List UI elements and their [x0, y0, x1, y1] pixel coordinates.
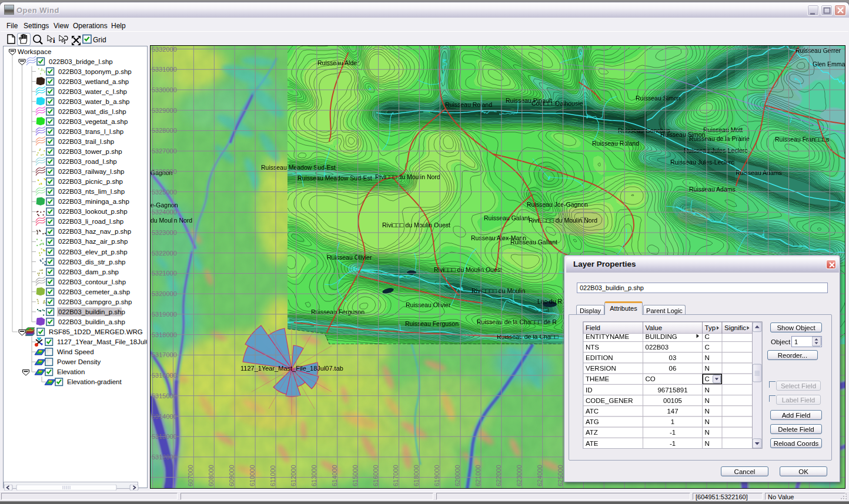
svg-text:1127_1Year_Mast_File_18Jul07.t: 1127_1Year_Mast_File_18Jul07.tab — [240, 365, 343, 372]
svg-text:Lac du R: Lac du R — [537, 298, 562, 305]
svg-text:Ruisseau Simon: Ruisseau Simon — [636, 95, 681, 102]
svg-text:5326000: 5326000 — [152, 168, 177, 175]
svg-text:-1: -1 — [670, 429, 676, 436]
svg-text:N: N — [705, 365, 710, 372]
svg-text:5318000: 5318000 — [152, 331, 177, 338]
svg-text:5330000: 5330000 — [152, 86, 177, 93]
svg-text:022B03_road_l.shp: 022B03_road_l.shp — [58, 158, 117, 165]
svg-text:Ruisseau de la Cha□□□ de R: Ruisseau de la Cha□□□ de R — [477, 318, 557, 325]
svg-text:00105: 00105 — [663, 397, 682, 404]
svg-text:5321000: 5321000 — [152, 270, 177, 277]
svg-text:ATZ: ATZ — [586, 429, 598, 436]
svg-text:022B03_contour_l.shp: 022B03_contour_l.shp — [58, 278, 126, 285]
svg-text:022B03_wetland_a.shp: 022B03_wetland_a.shp — [58, 78, 129, 85]
svg-text:022B03_picnic_p.shp: 022B03_picnic_p.shp — [58, 178, 123, 185]
svg-text:VERSION: VERSION — [586, 365, 616, 372]
svg-text:022B03_water_c_l.shp: 022B03_water_c_l.shp — [58, 88, 127, 95]
svg-text:5328000: 5328000 — [152, 127, 177, 134]
svg-text:5325000: 5325000 — [152, 189, 177, 196]
svg-text:611000: 611000 — [269, 465, 276, 486]
svg-text:Glen Emma: Glen Emma — [813, 61, 845, 68]
svg-text:5332000: 5332000 — [152, 46, 177, 53]
svg-text:96715891: 96715891 — [657, 387, 687, 394]
svg-text:RSF85_1D2D_MERGED.WRG: RSF85_1D2D_MERGED.WRG — [49, 328, 143, 335]
svg-text:022B03_railway_l.shp: 022B03_railway_l.shp — [58, 168, 125, 175]
svg-text:022B03_trans_l_l.shp: 022B03_trans_l_l.shp — [58, 128, 123, 135]
svg-text:Workspace: Workspace — [18, 48, 51, 55]
svg-text:Ruisseau Roland: Ruisseau Roland — [592, 140, 639, 147]
svg-text:612000: 612000 — [290, 465, 297, 486]
svg-text:022B03_campgro_p.shp: 022B03_campgro_p.shp — [58, 298, 132, 305]
svg-text:618000: 618000 — [413, 465, 420, 486]
svg-text:1127_1Year_Mast_File_18Jul07.: 1127_1Year_Mast_File_18Jul07. — [57, 338, 148, 345]
svg-text:5327000: 5327000 — [152, 147, 177, 154]
svg-text:617000: 617000 — [392, 465, 399, 486]
svg-text:1: 1 — [671, 418, 674, 425]
svg-text:624000: 624000 — [536, 465, 543, 486]
svg-text:ID: ID — [586, 387, 593, 394]
svg-text:N: N — [705, 397, 710, 404]
svg-text:Signific: Signific — [724, 324, 746, 331]
svg-text:Ruisseau Jce-Gagnon: Ruisseau Jce-Gagnon — [527, 201, 588, 208]
svg-text:ATC: ATC — [586, 408, 599, 415]
svg-text:-1: -1 — [670, 440, 676, 447]
svg-text:5322000: 5322000 — [152, 250, 177, 257]
svg-text:5316000: 5316000 — [152, 372, 177, 379]
svg-text:Field: Field — [586, 324, 600, 331]
svg-text:03: 03 — [669, 354, 677, 361]
svg-text:06: 06 — [669, 365, 677, 372]
svg-text:C: C — [705, 344, 710, 351]
svg-text:022B03_cemeter_a.shp: 022B03_cemeter_a.shp — [58, 288, 130, 295]
svg-text:022B03_trail_l.shp: 022B03_trail_l.shp — [58, 138, 114, 145]
svg-text:Ruisseau Galant: Ruisseau Galant — [484, 214, 530, 221]
svg-text:022B03_li_road_l.shp: 022B03_li_road_l.shp — [58, 218, 123, 225]
svg-text:Ruisseau Meadow Sud-Est: Ruisseau Meadow Sud-Est — [261, 164, 336, 171]
svg-text:022B03_lookout_p.shp: 022B03_lookout_p.shp — [58, 208, 128, 215]
svg-text:625000: 625000 — [557, 465, 564, 486]
svg-text:623000: 623000 — [516, 465, 523, 486]
svg-text:614000: 614000 — [331, 465, 338, 486]
svg-text:5323000: 5323000 — [152, 229, 177, 236]
svg-text:5331000: 5331000 — [152, 66, 177, 73]
svg-text:615000: 615000 — [352, 465, 359, 486]
svg-text:022B03_tower_p.shp: 022B03_tower_p.shp — [58, 148, 122, 155]
svg-text:N: N — [705, 418, 710, 425]
svg-text:Ruisseau Fran□□□s: Ruisseau Fran□□□s — [775, 136, 830, 143]
svg-text:Elevation-gradient: Elevation-gradient — [67, 378, 122, 385]
svg-text:THEME: THEME — [586, 375, 610, 382]
svg-text:du Moulin Nord: du Moulin Nord — [151, 217, 192, 224]
svg-text:CODE_GENER: CODE_GENER — [586, 397, 633, 404]
svg-text:ATE: ATE — [586, 440, 599, 447]
svg-text:Ruisseau Gerrer: Ruisseau Gerrer — [795, 47, 841, 54]
svg-text:ENTITYNAME: ENTITYNAME — [586, 333, 629, 340]
svg-text:5314000: 5314000 — [152, 413, 177, 420]
svg-text:Ruisseau Gallant: Ruisseau Gallant — [510, 238, 557, 246]
svg-text:5317000: 5317000 — [152, 351, 177, 358]
svg-text:N: N — [705, 387, 710, 394]
svg-text:022B03_dam_p.shp: 022B03_dam_p.shp — [58, 268, 119, 275]
svg-text:022B03_haz_nav_p.shp: 022B03_haz_nav_p.shp — [58, 228, 131, 235]
svg-text:022B03_bridge_l.shp: 022B03_bridge_l.shp — [49, 58, 113, 65]
svg-text:613000: 613000 — [310, 465, 317, 486]
svg-text:Elevation: Elevation — [57, 368, 85, 375]
svg-text:Rivi□□□ du Moulin Ouest: Rivi□□□ du Moulin Ouest — [434, 266, 502, 273]
svg-text:607000: 607000 — [187, 465, 194, 486]
svg-text:C: C — [705, 333, 710, 340]
svg-text:N: N — [705, 440, 710, 447]
svg-text:e-Gagnon: e-Gagnon — [151, 201, 178, 209]
svg-text:C: C — [705, 375, 710, 382]
svg-text:619000: 619000 — [433, 465, 440, 486]
svg-text:022B03_elev_pt_p.shp: 022B03_elev_pt_p.shp — [58, 248, 128, 256]
svg-text:Rivi□□□ du Moulin Nord: Rivi□□□ du Moulin Nord — [375, 173, 440, 180]
svg-text:Ruisseau Alder: Ruisseau Alder — [317, 59, 359, 66]
svg-text:147: 147 — [667, 408, 678, 415]
svg-text:621000: 621000 — [474, 465, 482, 486]
svg-text:N: N — [705, 354, 710, 361]
svg-text:Ruisseau Jules-Leclerc: Ruisseau Jules-Leclerc — [670, 159, 734, 166]
svg-text:022B03_toponym_p.shp: 022B03_toponym_p.shp — [58, 68, 132, 75]
svg-text:Coul□□□Dalhousie: Coul□□□Dalhousie — [532, 100, 583, 107]
svg-text:Typ: Typ — [705, 324, 716, 331]
svg-text:N: N — [705, 408, 710, 415]
svg-text:620000: 620000 — [454, 465, 461, 486]
svg-text:610000: 610000 — [249, 465, 256, 486]
